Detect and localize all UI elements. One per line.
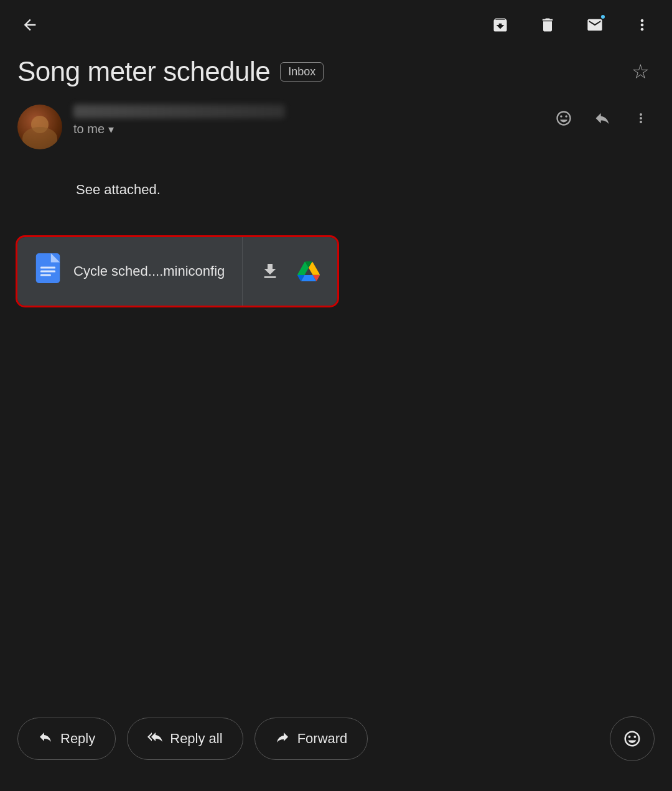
more-options-button[interactable] [627,10,657,40]
sender-actions [550,105,655,132]
attachment-name: Cycle sched....miniconfig [73,263,225,279]
email-subject: Song meter schedule [17,56,270,87]
sender-to: to me ▾ [73,122,539,136]
save-to-drive-button[interactable] [297,261,320,281]
email-body: See attached. [0,149,672,200]
unread-dot [600,14,606,20]
top-toolbar [0,0,672,50]
file-icon [35,253,61,289]
emoji-button[interactable] [610,716,655,761]
recipient-chevron[interactable]: ▾ [108,123,114,136]
reply-all-button[interactable]: Reply all [127,718,243,760]
emoji-reaction-button[interactable] [550,105,577,132]
bottom-spacer [0,306,672,405]
svg-rect-1 [40,267,55,269]
sender-info: to me ▾ [73,105,539,136]
subject-row: Song meter schedule Inbox ☆ [0,50,672,87]
svg-rect-3 [40,274,51,276]
download-icon [260,261,280,281]
download-attachment-button[interactable] [260,261,280,281]
sender-to-label: to me [73,122,105,136]
emoji-reaction-icon [555,110,572,127]
delete-button[interactable] [533,10,562,40]
forward-button[interactable]: Forward [254,718,368,760]
reply-button[interactable]: Reply [17,718,116,760]
reply-button-inline[interactable] [589,105,616,132]
sender-name-blurred [73,105,285,118]
bottom-actions: Reply Reply all Forward [0,699,672,791]
star-button[interactable]: ☆ [627,57,655,87]
toolbar-right [485,10,657,40]
delete-icon [539,16,556,34]
mark-unread-button[interactable] [580,10,610,40]
forward-icon [275,729,290,748]
reply-icon-inline [594,110,611,127]
email-body-text: See attached. [76,179,655,200]
drive-icon [297,261,320,281]
toolbar-left [15,10,45,40]
emoji-icon [623,729,642,748]
inbox-badge: Inbox [280,62,324,82]
svg-rect-2 [40,271,55,273]
archive-icon [492,16,509,34]
avatar [17,105,62,149]
sender-row: to me ▾ [0,87,672,149]
forward-label: Forward [297,731,348,747]
back-button[interactable] [15,10,45,40]
attachment-card-inner: Cycle sched....miniconfig [17,253,242,289]
attachment-area: Cycle sched....miniconfig [0,200,672,306]
back-icon [21,16,39,34]
more-sender-actions-icon [633,111,648,126]
attachment-card[interactable]: Cycle sched....miniconfig [17,237,337,306]
attachment-actions [242,237,337,306]
more-options-icon [633,16,651,34]
reply-icon [38,729,53,748]
reply-all-icon [147,729,162,748]
reply-label: Reply [60,731,95,747]
archive-button[interactable] [485,10,515,40]
reply-all-label: Reply all [170,731,222,747]
more-sender-actions-button[interactable] [627,105,655,132]
